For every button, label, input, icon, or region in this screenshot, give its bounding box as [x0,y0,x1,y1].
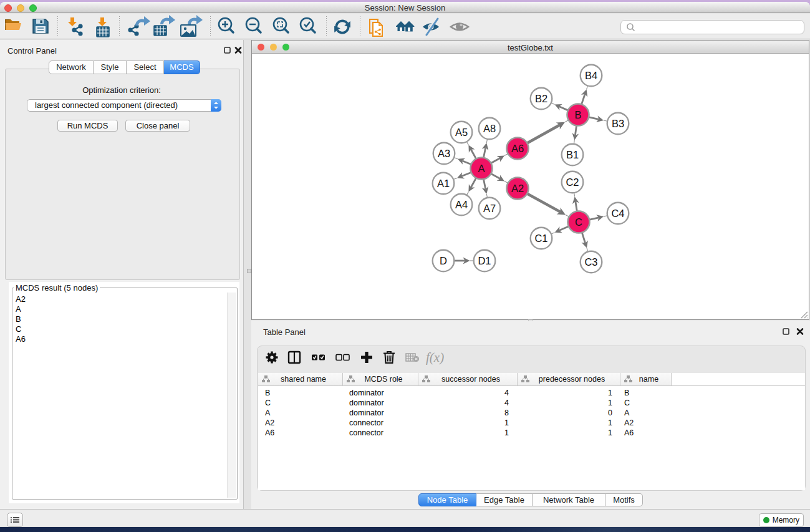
svg-text:A2: A2 [511,183,524,194]
svg-text:C3: C3 [584,256,597,268]
svg-text:C: C [575,216,582,228]
svg-text:A8: A8 [483,123,496,134]
svg-text:A1: A1 [437,178,450,189]
svg-text:B2: B2 [535,93,547,104]
svg-text:A4: A4 [455,199,468,210]
svg-text:C1: C1 [534,233,547,244]
svg-text:C4: C4 [611,208,624,219]
svg-text:B1: B1 [566,149,579,160]
svg-text:A5: A5 [455,127,468,138]
svg-text:B3: B3 [612,118,624,129]
svg-text:A3: A3 [438,148,450,159]
svg-text:A7: A7 [483,203,496,214]
svg-text:C2: C2 [566,177,579,188]
svg-text:f(x): f(x) [426,350,444,365]
svg-text:A6: A6 [511,143,524,154]
svg-text:D: D [440,255,447,266]
svg-text:B: B [574,109,581,120]
svg-text:D1: D1 [478,255,491,266]
svg-text:B4: B4 [585,70,597,81]
svg-text:A: A [478,163,485,174]
